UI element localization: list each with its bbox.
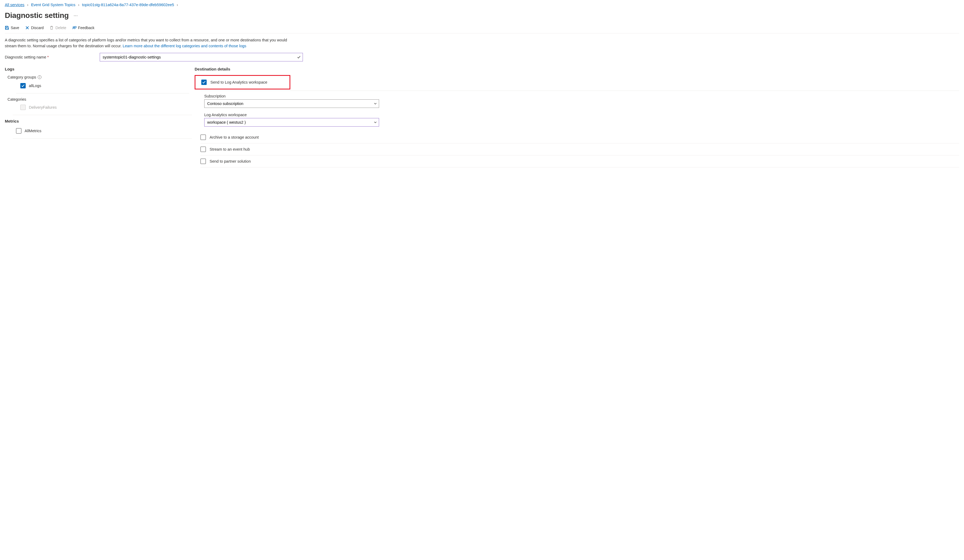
required-asterisk: * (47, 55, 49, 59)
diagnostic-setting-name-label-text: Diagnostic setting name (5, 55, 46, 59)
intro-learn-more-link[interactable]: Learn more about the different log categ… (123, 44, 246, 48)
svg-rect-1 (6, 28, 8, 29)
more-icon[interactable]: ⋯ (73, 13, 78, 18)
divider (13, 138, 192, 139)
allmetrics-checkbox[interactable] (16, 128, 21, 133)
categories-label: Categories (8, 97, 192, 101)
breadcrumb-item-event-grid-system-topics[interactable]: Event Grid System Topics (31, 3, 75, 7)
save-icon (5, 26, 9, 30)
svg-point-2 (73, 27, 74, 28)
chevron-right-icon: › (78, 3, 80, 7)
dest-event-hub-checkbox[interactable] (200, 147, 206, 152)
feedback-button-label: Feedback (78, 26, 94, 30)
chevron-down-icon (374, 121, 377, 124)
breadcrumb-item-all-services[interactable]: All services (5, 3, 24, 7)
divider (200, 167, 959, 167)
breadcrumb-item-topic[interactable]: topic01stg-811a624a-8a77-437e-89de-dfeb5… (82, 3, 174, 7)
close-icon (25, 26, 29, 30)
dest-log-analytics-label: Send to Log Analytics workspace (210, 80, 267, 84)
alllogs-row[interactable]: allLogs (5, 82, 192, 89)
logs-metrics-column: Logs Category groups i allLogs Categorie… (5, 67, 192, 167)
dest-storage-account-row[interactable]: Archive to a storage account (195, 131, 959, 143)
workspace-select[interactable] (204, 118, 379, 127)
workspace-select-wrap (204, 118, 379, 127)
feedback-button[interactable]: Feedback (72, 26, 94, 30)
discard-button-label: Discard (31, 26, 44, 30)
command-bar: Save Discard Delete Feedback (5, 24, 959, 33)
discard-button[interactable]: Discard (25, 26, 44, 30)
save-button[interactable]: Save (5, 26, 19, 30)
dest-log-analytics-checkbox[interactable] (201, 80, 207, 85)
breadcrumb: All services › Event Grid System Topics … (5, 2, 959, 9)
delete-button-label: Delete (55, 26, 66, 30)
delivery-failures-checkbox (20, 105, 26, 110)
logs-heading: Logs (5, 67, 192, 71)
delivery-failures-row: DeliveryFailures (5, 104, 192, 111)
chevron-right-icon: › (27, 3, 28, 7)
chevron-down-icon (374, 102, 377, 105)
diagnostic-setting-name-input[interactable] (100, 53, 303, 62)
diagnostic-setting-name-label: Diagnostic setting name * (5, 55, 97, 59)
divider (13, 115, 192, 115)
workspace-field: Log Analytics workspace (195, 109, 959, 128)
allmetrics-label: AllMetrics (24, 129, 41, 133)
info-icon[interactable]: i (38, 75, 41, 79)
subscription-label: Subscription (204, 94, 959, 98)
subscription-field: Subscription (195, 91, 959, 109)
dest-storage-account-label: Archive to a storage account (210, 135, 259, 140)
checkmark-icon (297, 55, 301, 59)
dest-partner-solution-checkbox[interactable] (200, 159, 206, 164)
title-row: Diagnostic setting ⋯ (5, 9, 959, 24)
page-title: Diagnostic setting (5, 11, 69, 20)
subscription-select-wrap (204, 99, 379, 108)
dest-partner-solution-label: Send to partner solution (210, 159, 251, 164)
allmetrics-row[interactable]: AllMetrics (5, 127, 192, 135)
dest-event-hub-row[interactable]: Stream to an event hub (195, 143, 959, 155)
alllogs-label: allLogs (29, 84, 41, 88)
delete-button: Delete (49, 26, 66, 30)
dest-partner-solution-row[interactable]: Send to partner solution (195, 156, 959, 167)
chevron-right-icon: › (177, 3, 178, 7)
svg-rect-0 (6, 26, 8, 27)
intro-text: A diagnostic setting specifies a list of… (5, 37, 299, 49)
subscription-select[interactable] (204, 99, 379, 108)
save-button-label: Save (11, 26, 19, 30)
diagnostic-setting-name-row: Diagnostic setting name * (5, 53, 959, 62)
category-groups-label: Category groups (8, 75, 36, 79)
delete-icon (49, 26, 54, 30)
dest-event-hub-label: Stream to an event hub (210, 147, 250, 151)
delivery-failures-label: DeliveryFailures (29, 105, 57, 109)
alllogs-checkbox[interactable] (20, 83, 26, 88)
destination-details-column: Destination details Send to Log Analytic… (195, 67, 959, 167)
category-groups-row: Category groups i (8, 75, 192, 79)
highlight-annotation: Send to Log Analytics workspace (195, 75, 290, 89)
destination-details-heading: Destination details (195, 67, 959, 71)
workspace-label: Log Analytics workspace (204, 113, 959, 117)
dest-storage-account-checkbox[interactable] (200, 135, 206, 140)
metrics-heading: Metrics (5, 119, 192, 123)
diagnostic-setting-name-input-wrap (100, 53, 303, 62)
divider (16, 93, 189, 94)
dest-log-analytics-row[interactable]: Send to Log Analytics workspace (195, 76, 290, 88)
feedback-icon (72, 26, 77, 30)
